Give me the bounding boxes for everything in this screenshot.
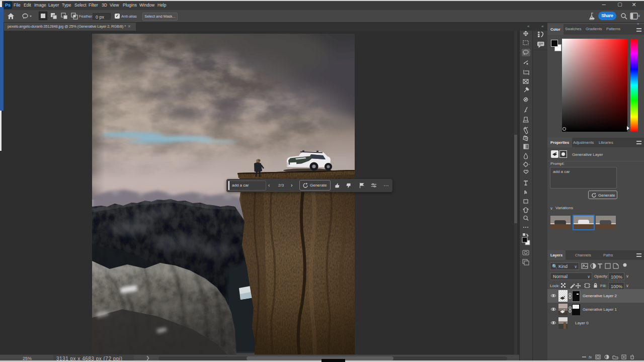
- svg-text:fx: fx: [589, 355, 592, 359]
